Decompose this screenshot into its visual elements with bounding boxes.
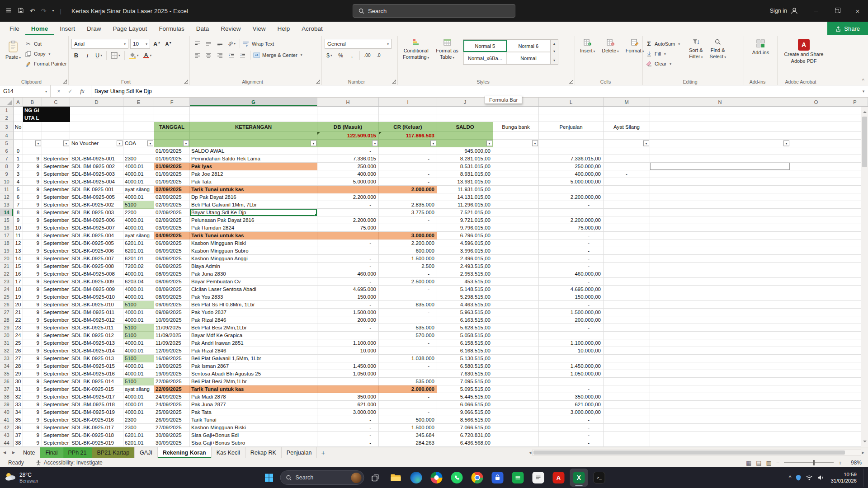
cell-E44[interactable]: 6201.01	[123, 439, 154, 447]
menu-icon[interactable]	[5, 7, 12, 14]
cell-O11[interactable]	[790, 186, 842, 193]
cell-J44[interactable]: 6.436.568,00	[437, 439, 493, 447]
row-header-35[interactable]: 35	[0, 370, 14, 378]
cell-E23[interactable]: 6203.04	[123, 278, 154, 286]
cell-J5[interactable]: ▼	[437, 140, 493, 147]
cell-K5[interactable]: ▼	[493, 140, 539, 147]
row-header-19[interactable]: 19	[0, 247, 14, 255]
cell-D16[interactable]: SDL-BM-0925-007	[70, 224, 123, 232]
volume-icon[interactable]	[817, 475, 824, 480]
cell-H4[interactable]: 122.509.015	[317, 132, 379, 140]
scroll-right-icon[interactable]: ▶	[862, 451, 864, 455]
cell-J32[interactable]: 6.168.515,00	[437, 347, 493, 355]
name-box-dropdown-icon[interactable]: ▾	[45, 89, 47, 94]
cell-F42[interactable]: 27/09/2025	[154, 424, 190, 432]
cell-D13[interactable]: SDL-BK-0925-002	[70, 201, 123, 209]
cell-C31[interactable]: September	[42, 339, 70, 347]
restore-button[interactable]	[826, 0, 847, 22]
cell-G26[interactable]: Beli Plat Ss Hl 0.8Mm, 1Lbr	[190, 301, 317, 309]
row-header-22[interactable]: 22	[0, 270, 14, 278]
cell-L13[interactable]: -	[539, 201, 604, 209]
cell-G8[interactable]: Pak Iyas	[190, 163, 317, 170]
ribbon-tab-formulas[interactable]: Formulas	[153, 22, 190, 35]
cell-B22[interactable]: 9	[23, 270, 42, 278]
cell-H19[interactable]	[317, 247, 379, 255]
cell-O31[interactable]	[790, 339, 842, 347]
cell-F28[interactable]: 10/09/2025	[154, 316, 190, 324]
cell-I26[interactable]: 835.000	[379, 301, 437, 309]
cell-M24[interactable]	[604, 286, 650, 293]
cell-G30[interactable]: Bayar Mdf Ke Grapica	[190, 332, 317, 339]
cell-A20[interactable]: 14	[14, 255, 23, 263]
cell-H7[interactable]: 7.336.015	[317, 155, 379, 163]
cell-B24[interactable]: 9	[23, 286, 42, 293]
cell-O29[interactable]	[790, 324, 842, 332]
column-header-M[interactable]: M	[604, 98, 650, 106]
ribbon-tab-help[interactable]: Help	[271, 22, 296, 35]
sheet-nav-left-icon[interactable]: ◀	[0, 447, 9, 458]
vertical-scrollbar[interactable]	[861, 107, 868, 447]
cell-I24[interactable]: -	[379, 286, 437, 293]
minimize-button[interactable]	[806, 0, 826, 22]
cell-L9[interactable]: 400.000,00	[539, 170, 604, 178]
sheet-tab-rekening-koran[interactable]: Rekening Koran	[158, 447, 212, 458]
cell-H30[interactable]: -	[317, 332, 379, 339]
cell-J13[interactable]: 11.296.015,00	[437, 201, 493, 209]
cell-H11[interactable]	[317, 186, 379, 193]
collapse-ribbon-icon[interactable]: ^	[862, 78, 864, 83]
cell-O10[interactable]	[790, 178, 842, 186]
cell-B8[interactable]: 9	[23, 163, 42, 170]
filter-dropdown-icon[interactable]: ▼	[117, 141, 123, 146]
cell-M34[interactable]	[604, 362, 650, 370]
cell-M27[interactable]	[604, 309, 650, 316]
cell-G12[interactable]: Dp Pak Dayat 2816	[190, 193, 317, 201]
ribbon-tab-file[interactable]: File	[4, 22, 25, 35]
row-header-40[interactable]: 40	[0, 408, 14, 416]
cell-F36[interactable]: 22/09/2025	[154, 378, 190, 385]
cell-F13[interactable]: 02/09/2025	[154, 201, 190, 209]
scroll-down-icon[interactable]	[863, 441, 867, 444]
cell-C33[interactable]: September	[42, 355, 70, 362]
cell-A13[interactable]: 7	[14, 201, 23, 209]
align-center-icon[interactable]	[204, 50, 213, 60]
borders-button[interactable]: ▾	[109, 51, 122, 60]
sign-in-button[interactable]: Sign in	[763, 7, 806, 15]
cell-N7[interactable]	[650, 155, 790, 163]
filter-dropdown-icon[interactable]: ▼	[35, 141, 41, 146]
accessibility-status[interactable]: Accessibility: Investigate	[36, 460, 103, 466]
cell-J21[interactable]: 2.493.515,00	[437, 263, 493, 270]
cell-D38[interactable]: SDL-BM-0925-017	[70, 393, 123, 401]
fill-color-button[interactable]: ▾	[127, 51, 140, 60]
cell-K9[interactable]	[493, 170, 539, 178]
cell-K30[interactable]	[493, 332, 539, 339]
cell-L22[interactable]: 460.000,00	[539, 270, 604, 278]
cell-I7[interactable]: -	[379, 155, 437, 163]
number-dialog-launcher-icon[interactable]	[392, 80, 396, 84]
cell-O5[interactable]	[790, 140, 842, 147]
cell-H24[interactable]: 4.695.000	[317, 286, 379, 293]
cell-E6[interactable]	[123, 147, 154, 155]
align-left-icon[interactable]	[193, 50, 202, 60]
cell-K39[interactable]	[493, 401, 539, 408]
format-painter-button[interactable]: Format Painter	[25, 59, 67, 68]
cell-A12[interactable]: 6	[14, 193, 23, 201]
cell-B17[interactable]: 9	[23, 232, 42, 239]
cell-L19[interactable]: -	[539, 247, 604, 255]
cell-G40[interactable]: Pak Tata	[190, 408, 317, 416]
cell-C13[interactable]: September	[42, 201, 70, 209]
cell-G41[interactable]: Tarik Tunai	[190, 416, 317, 424]
cell-B16[interactable]: 9	[23, 224, 42, 232]
cell-G2[interactable]	[190, 114, 317, 122]
cell-O41[interactable]	[790, 416, 842, 424]
cell-H41[interactable]: -	[317, 416, 379, 424]
cell-L43[interactable]: -	[539, 432, 604, 439]
cell-D17[interactable]: SDL-BK-0925-004	[70, 232, 123, 239]
share-button[interactable]: Share	[827, 22, 868, 35]
row-header-31[interactable]: 31	[0, 339, 14, 347]
hidden-icons-chevron[interactable]: ^	[789, 474, 792, 481]
cell-J2[interactable]	[437, 114, 493, 122]
scroll-left-icon[interactable]: ◀	[529, 451, 531, 455]
cell-I27[interactable]: -	[379, 309, 437, 316]
cell-M22[interactable]	[604, 270, 650, 278]
cell-G15[interactable]: Pelunasan Pak Dayat 2816	[190, 216, 317, 224]
